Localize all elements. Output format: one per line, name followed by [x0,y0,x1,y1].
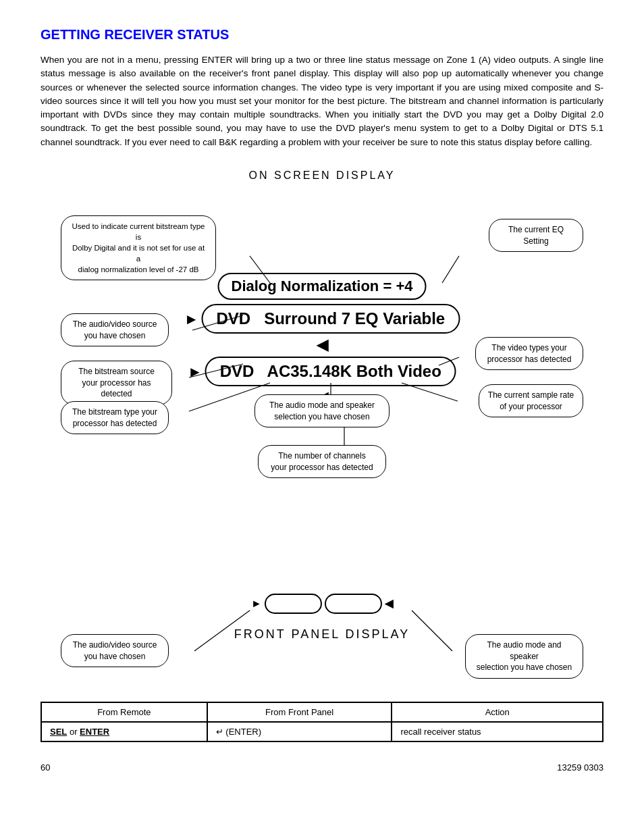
fp-box-left [265,594,322,614]
callout-top-left: Used to indicate current bitstream type … [61,215,216,280]
page-footer: 60 13259 0303 [41,762,603,773]
diagram-section: ON SCREEN DISPLAY Used to indicate cu [41,170,603,681]
callout-bitstream-source: The bitstream sourceyour processor has d… [61,361,172,405]
table-cell-action: recall receiver status [392,722,603,741]
fp-box-right [325,594,382,614]
line1-surround: Surround 7 [264,309,350,328]
line2-left-arrow: ► [188,363,203,380]
table-header-remote: From Remote [41,702,207,722]
line2-51: 5.1 [300,362,322,380]
callout-av-source: The audio/video sourceyou have chosen [61,313,169,347]
osd-diagram: Used to indicate current bitstream type … [41,195,603,573]
page-title: GETTING RECEIVER STATUS [41,27,603,43]
sel-label: SEL [50,727,67,737]
enter-label: ENTER [80,727,109,737]
callout-video-types: The video types yourprocessor has detect… [475,337,583,371]
doc-number: 13259 0303 [557,762,603,773]
line1-dvd: DVD [216,309,250,328]
line2-48k: 48K [322,362,352,380]
body-text: When you are not in a menu, pressing ENT… [41,53,603,149]
fp-title: FRONT PANEL DISPLAY [234,627,410,642]
svg-line-10 [412,610,452,651]
callout-top-right: The current EQSetting [489,219,583,253]
callout-num-channels: The number of channelsyour processor has… [258,445,386,479]
table-header-panel: From Front Panel [207,702,392,722]
front-panel-section: ► ◀ FRONT PANEL DISPLAY The audio/video … [41,573,603,681]
page-number: 60 [41,762,50,773]
line2-ac3: AC3 [267,362,300,380]
fp-left-arrow: ► [251,598,262,610]
status-table: From Remote From Front Panel Action SEL … [41,702,603,742]
table-cell-panel: ↵ (ENTER) [207,722,392,741]
table-header-action: Action [392,702,603,722]
table-row: SEL or ENTER ↵ (ENTER) recall receiver s… [41,722,603,741]
line2-dvd: DVD [220,362,254,380]
callout-fp-audio-mode: The audio mode and speakerselection you … [465,634,583,679]
fp-display: ► ◀ [250,594,394,614]
callout-fp-source: The audio/video sourceyou have chosen [61,634,169,668]
display-line2: DVD AC35.148K Both Video [205,357,456,386]
callout-audio-mode: The audio mode and speakerselection you … [254,394,390,428]
line1-eq: EQ Variable [355,309,445,328]
or-label: or [70,727,80,737]
fp-right-arrow: ◀ [385,597,393,610]
line2-both-video: Both Video [356,362,441,380]
line1-right-arrow: ◀ [317,336,328,353]
osd-title: ON SCREEN DISPLAY [41,170,603,182]
table-cell-remote: SEL or ENTER [41,722,207,741]
callout-sample-rate: The current sample rateof your processor [479,384,583,418]
callout-bitstream-type: The bitstream type yourprocessor has det… [61,401,169,435]
line1-left-arrow: ► [184,311,199,328]
display-line-top: Dialog Normalization = +4 [218,273,427,300]
display-line1: DVD Surround 7 EQ Variable [201,304,460,334]
